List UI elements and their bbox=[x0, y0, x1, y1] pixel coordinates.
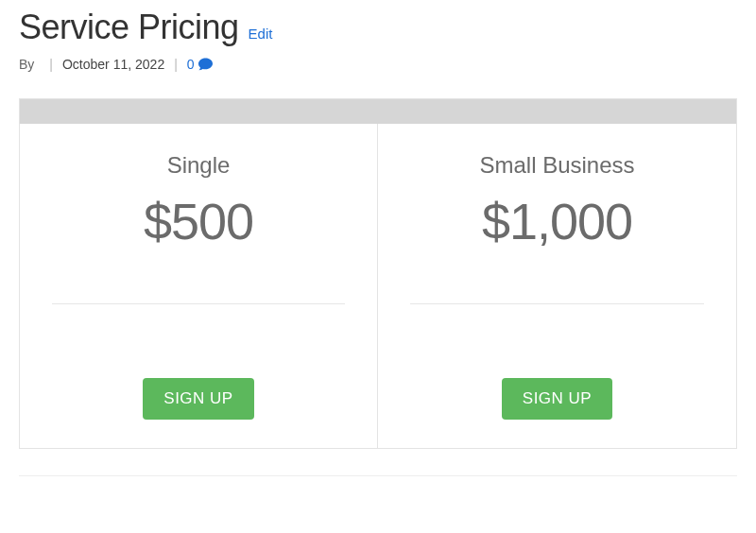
page-title: Service Pricing bbox=[19, 8, 239, 47]
meta-by-label: By bbox=[19, 57, 34, 72]
plan-divider bbox=[410, 303, 704, 304]
meta-row: By | October 11, 2022 | 0 bbox=[19, 57, 737, 72]
plan-single: Single $500 SIGN UP bbox=[20, 124, 378, 448]
meta-separator: | bbox=[45, 57, 57, 72]
plan-name: Single bbox=[43, 152, 354, 179]
comments-link[interactable]: 0 bbox=[187, 57, 213, 72]
plan-price: $1,000 bbox=[401, 196, 713, 247]
plan-cta-row: SIGN UP bbox=[401, 378, 713, 420]
signup-button[interactable]: SIGN UP bbox=[502, 378, 612, 420]
plan-small-business: Small Business $1,000 SIGN UP bbox=[378, 124, 736, 448]
signup-button[interactable]: SIGN UP bbox=[143, 378, 253, 420]
pricing-table: Single $500 SIGN UP Small Business $1,00… bbox=[19, 98, 737, 449]
pricing-headband bbox=[20, 99, 736, 124]
page-divider bbox=[19, 475, 737, 476]
plan-price: $500 bbox=[43, 196, 354, 247]
meta-separator: | bbox=[170, 57, 181, 72]
meta-date: October 11, 2022 bbox=[62, 57, 164, 72]
plan-name: Small Business bbox=[401, 152, 713, 179]
pricing-grid: Single $500 SIGN UP Small Business $1,00… bbox=[20, 124, 736, 448]
page-header: Service Pricing Edit By | October 11, 20… bbox=[19, 0, 737, 72]
title-row: Service Pricing Edit bbox=[19, 8, 737, 47]
comments-count: 0 bbox=[187, 57, 195, 72]
edit-link[interactable]: Edit bbox=[249, 26, 273, 42]
plan-divider bbox=[52, 303, 345, 304]
comment-icon bbox=[198, 58, 213, 71]
plan-cta-row: SIGN UP bbox=[43, 378, 354, 420]
